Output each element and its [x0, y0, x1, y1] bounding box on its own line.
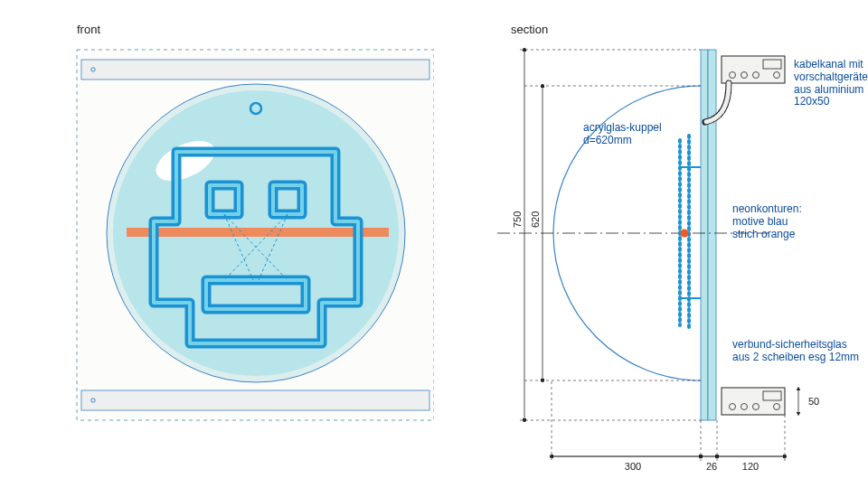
t: aus aluminium 120x50	[794, 83, 863, 108]
dim-750: 750	[512, 211, 523, 228]
svg-rect-3	[81, 390, 429, 410]
svg-point-59	[550, 455, 553, 458]
dim-120: 120	[732, 461, 769, 472]
dim-50: 50	[805, 396, 823, 407]
t: neonkonturen:	[732, 202, 802, 215]
dim-26: 26	[703, 461, 721, 472]
svg-point-61	[715, 455, 719, 458]
svg-point-49	[541, 379, 544, 382]
svg-rect-38	[722, 388, 785, 415]
svg-point-62	[783, 455, 787, 458]
label-kabelkanal: kabelkanal mit vorschaltgeräten aus alum…	[794, 59, 866, 108]
label-neon: neonkonturen: motive blau strich orange	[732, 203, 802, 240]
svg-rect-20	[701, 50, 708, 420]
svg-rect-1	[81, 60, 429, 80]
svg-point-46	[523, 418, 526, 422]
front-view	[0, 0, 434, 488]
label-acryl-dome: acrylglas-kuppel d=620mm	[583, 122, 662, 147]
svg-rect-9	[127, 228, 389, 237]
t: acrylglas-kuppel	[583, 121, 662, 134]
t: vorschaltgeräten	[794, 70, 868, 83]
t: kabelkanal mit	[794, 58, 863, 70]
t: aus 2 scheiben esg 12mm	[732, 351, 859, 363]
svg-rect-21	[708, 50, 716, 420]
label-vsg: verbund-sicherheitsglas aus 2 scheiben e…	[732, 339, 859, 364]
svg-point-48	[541, 84, 544, 88]
svg-point-45	[523, 48, 526, 52]
dim-620: 620	[530, 211, 541, 228]
t: d=620mm	[583, 134, 632, 146]
svg-rect-32	[722, 56, 785, 83]
kabelkanal-bottom	[722, 388, 785, 415]
svg-point-60	[699, 455, 703, 458]
svg-point-31	[681, 230, 689, 238]
kabelkanal-top	[722, 56, 785, 83]
t: strich orange	[732, 228, 795, 240]
t: verbund-sicherheitsglas	[732, 338, 847, 351]
dim-300: 300	[615, 461, 651, 472]
t: motive blau	[732, 215, 788, 228]
